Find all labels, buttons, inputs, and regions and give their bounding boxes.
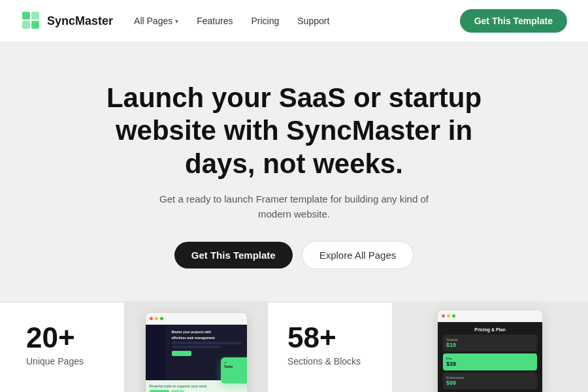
nav-support[interactable]: Support — [297, 16, 329, 26]
pricing-body: Pricing & Plan Starter $19 Pro $39 Enter… — [438, 322, 542, 392]
left-main-mockup: Master your projects with effortless tas… — [146, 313, 247, 392]
stat-unique-pages: 20+ Unique Pages — [0, 302, 124, 387]
pricing-card-enterprise: Enterprise $99 — [443, 372, 537, 389]
logo[interactable]: SyncMaster — [21, 10, 113, 31]
hero-title: Launch your SaaS or startup website with… — [91, 82, 497, 180]
hero-buttons: Get This Template Explore All Pages — [174, 241, 414, 269]
svg-rect-0 — [22, 12, 30, 20]
lbm-line2 — [172, 346, 221, 348]
stats-section: 20+ Unique Pages Master your projects wi… — [0, 302, 588, 392]
nav-left: SyncMaster All Pages ▾ Features Pricing … — [21, 10, 329, 31]
left-mockup-container: Master your projects with effortless tas… — [124, 302, 268, 392]
dot-red — [150, 317, 153, 320]
lbm-title-text2: effortless task management — [172, 336, 242, 340]
brand-name: SyncMaster — [47, 14, 113, 28]
nav-links: All Pages ▾ Features Pricing Support — [134, 16, 329, 26]
get-template-button[interactable]: Get This Template — [174, 242, 293, 269]
dot-green — [452, 314, 455, 318]
nav-features[interactable]: Features — [197, 16, 233, 26]
pricing-card-basic: Starter $19 — [443, 335, 537, 351]
lbm-titlebar — [146, 313, 247, 325]
lbm-main-content: Master your projects with effortless tas… — [172, 330, 242, 356]
lbm-green-button — [172, 351, 191, 356]
svg-rect-2 — [22, 21, 30, 29]
pricing-card-pro: Pro $39 — [443, 353, 537, 370]
pricing-plan-title: Pricing & Plan — [443, 327, 537, 332]
pricing-titlebar — [438, 310, 542, 322]
dot-green — [160, 317, 163, 320]
logo-icon — [21, 10, 42, 31]
dot-yellow — [155, 317, 158, 320]
navbar: SyncMaster All Pages ▾ Features Pricing … — [0, 0, 588, 42]
hero-subtitle: Get a ready to launch Framer template fo… — [144, 192, 444, 221]
stat-label-pages: Unique Pages — [26, 356, 98, 367]
chevron-down-icon: ▾ — [175, 18, 178, 25]
right-preview-area: Pricing & Plan Starter $19 Pro $39 Enter… — [392, 302, 588, 392]
dot-red — [442, 314, 445, 318]
lbm-footer-text: Powerful tools to organize your work — [150, 384, 243, 388]
nav-cta-button[interactable]: Get This Template — [460, 9, 567, 33]
stat-number-pages: 20+ — [26, 323, 98, 352]
stat-number-sections: 58+ — [287, 323, 379, 352]
stat-sections-blocks: 58+ Sections & Blocks — [268, 302, 392, 387]
lbm-sidebar — [146, 325, 165, 380]
lbm-title-text: Master your projects with — [172, 330, 242, 334]
preview-card-right-top: Pricing & Plan Starter $19 Pro $39 Enter… — [392, 302, 588, 392]
explore-pages-button[interactable]: Explore All Pages — [302, 241, 414, 269]
dot-yellow — [447, 314, 450, 318]
lbm-body: Master your projects with effortless tas… — [146, 325, 247, 380]
pricing-mockup: Pricing & Plan Starter $19 Pro $39 Enter… — [438, 310, 542, 392]
stat-label-sections: Sections & Blocks — [287, 356, 379, 367]
svg-rect-1 — [31, 12, 39, 20]
hero-section: Launch your SaaS or startup website with… — [0, 42, 588, 302]
nav-pricing[interactable]: Pricing — [251, 16, 279, 26]
svg-rect-3 — [31, 21, 39, 29]
preview-card-left: Master your projects with effortless tas… — [124, 302, 268, 392]
lbm-line1 — [172, 342, 242, 344]
floating-green-card: ✓ Tasks — [221, 357, 247, 384]
nav-all-pages[interactable]: All Pages ▾ — [134, 16, 178, 26]
